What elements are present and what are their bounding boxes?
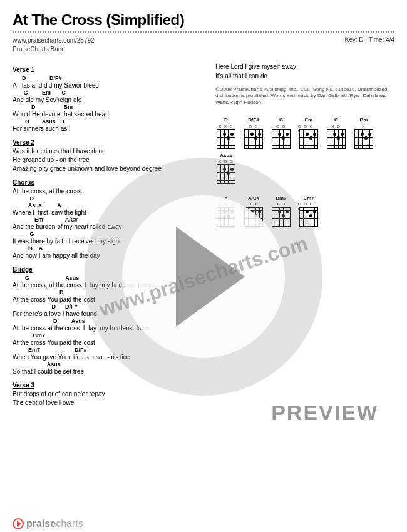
- verse2-heading: Verse 2: [13, 139, 200, 146]
- lyric-row: So that I could be set free: [13, 368, 200, 376]
- chord-diagram: BmX: [353, 117, 374, 148]
- lyric-row: When You gave Your life as a sac - ri - …: [13, 354, 200, 361]
- verse1-heading: Verse 1: [13, 66, 200, 74]
- chord-mute-row: X O O: [219, 202, 234, 207]
- chord-diagram: EmO O O O: [298, 117, 319, 148]
- chord-row: Bm7: [13, 332, 200, 339]
- fretboard-grid: [272, 129, 291, 149]
- chord-diagram-label: A/C#: [248, 195, 259, 202]
- chord-mute-row: O O O O: [298, 125, 319, 129]
- chord-row: G Em C: [13, 90, 200, 96]
- chord-mute-row: X X O: [219, 125, 234, 129]
- fretboard-grid: [244, 207, 263, 227]
- chord-diagram-row: DX X OD/F# O OG O OEmO O O OCX OBmXAsusX…: [215, 117, 394, 184]
- meta-row: www.praisecharts.com/28792 PraiseCharts …: [13, 36, 394, 54]
- chord-row: D: [13, 289, 200, 296]
- fretboard-grid: [272, 207, 291, 227]
- play-circle-icon: [13, 518, 24, 529]
- chord-diagram-label: Em7: [304, 195, 314, 202]
- fretboard-grid: [299, 207, 318, 227]
- chord-diagram-label: Em: [305, 117, 312, 123]
- chord-row: G A: [13, 245, 200, 252]
- chord-diagram: Em7O O O O: [298, 195, 319, 227]
- lyric-row: And now I am happy all the day: [13, 252, 200, 260]
- footer-brand-light: charts: [56, 518, 83, 529]
- chord-row: G Asus: [13, 275, 200, 282]
- chord-diagram: AsusX O O: [215, 153, 237, 184]
- chord-row: Asus A: [13, 202, 200, 209]
- lyric-row: And the burden of my heart rolled away: [13, 223, 200, 231]
- chord-row: Em A/C#: [13, 217, 200, 223]
- page-title: At The Cross (Simplified): [13, 11, 394, 29]
- lyric-row: Would He devote that sacred head: [13, 111, 200, 118]
- chord-row: G Asus D: [13, 118, 200, 125]
- chord-diagram: AX O O: [215, 195, 237, 227]
- lyrics-column: Verse 1 D D/F#A - las and did my Savior …: [13, 63, 200, 413]
- lyric-row: The debt of love I owe: [13, 399, 200, 407]
- fretboard-grid: [217, 129, 235, 149]
- fretboard-grid: [327, 129, 346, 149]
- chord-mute-row: X: [362, 125, 366, 129]
- chord-diagram: Bm7X O: [270, 195, 292, 227]
- footer-logo: praisecharts: [13, 518, 83, 529]
- right-column: Here Lord I give myself awayIt's all tha…: [215, 63, 394, 413]
- lyric-row: It's all that I can do: [215, 72, 394, 80]
- copyright-text: © 2008 PraiseCharts Publishing, Inc.. CC…: [215, 86, 394, 106]
- chord-mute-row: X O: [277, 202, 286, 207]
- lyric-row: But drops of grief can ne'er repay: [13, 391, 200, 398]
- chord-mute-row: X X: [249, 202, 258, 207]
- fretboard-grid: [354, 129, 373, 149]
- key-time: Key: D · Time: 4/4: [345, 36, 394, 54]
- chorus-heading: Chorus: [13, 179, 200, 187]
- lyric-row: At the cross, at the cross: [13, 188, 200, 195]
- chord-diagram: A/C#X X: [243, 195, 264, 227]
- chord-mute-row: O O: [276, 125, 286, 129]
- lyric-row: At the cross You paid the cost: [13, 339, 200, 347]
- chord-mute-row: O O: [249, 125, 259, 129]
- divider-top: [13, 31, 394, 33]
- lyric-row: Here Lord I give myself away: [215, 63, 394, 71]
- fretboard-grid: [244, 129, 263, 149]
- lyric-row: Amazing pity grace unknown and love beyo…: [13, 165, 200, 173]
- fretboard-grid: [299, 129, 318, 149]
- chord-row: D D/F#: [13, 304, 200, 310]
- chord-row: D Asus: [13, 318, 200, 325]
- source-url: www.praisecharts.com/28792: [13, 36, 95, 45]
- chord-row: D Bm: [13, 104, 200, 111]
- lyric-row: Where I first saw the light: [13, 209, 200, 217]
- chord-mute-row: O O O O: [298, 202, 319, 207]
- chord-diagram-label: D/F#: [248, 117, 259, 123]
- chord-diagram: CX O: [326, 117, 347, 148]
- footer-brand-strong: praise: [26, 518, 56, 529]
- fretboard-grid: [217, 164, 235, 184]
- chord-diagram-label: G: [279, 117, 283, 123]
- chord-diagram: D/F# O O: [243, 117, 264, 148]
- lyric-row: Was it for crimes that I have done: [13, 148, 200, 155]
- chord-mute-row: X O: [332, 125, 341, 129]
- chord-mute-row: X O O: [219, 160, 234, 164]
- chord-row: G: [13, 231, 200, 238]
- lyric-row: At the cross, at the cross I lay my burd…: [13, 282, 200, 289]
- verse3-heading: Verse 3: [13, 382, 200, 389]
- chord-diagram-label: Asus: [220, 153, 232, 159]
- lyric-row: For there's a love I have found: [13, 310, 200, 318]
- chord-diagram-label: C: [334, 117, 338, 123]
- fretboard-grid: [217, 207, 235, 227]
- chord-row: D: [13, 195, 200, 202]
- bridge-heading: Bridge: [13, 266, 200, 274]
- chord-diagram: G O O: [270, 117, 292, 148]
- lyric-row: A - las and did my Savior bleed: [13, 82, 200, 90]
- lyric-row: He groaned up - on the tree: [13, 156, 200, 164]
- chord-diagram-label: A: [224, 195, 228, 202]
- chord-row: D D/F#: [13, 75, 200, 82]
- lyric-row: It was there by faith I received my sigh…: [13, 238, 200, 245]
- artist-name: PraiseCharts Band: [13, 45, 95, 54]
- lyric-row: At the cross at the cross I lay my burde…: [13, 325, 200, 332]
- lyric-row: And did my Sov'reign die: [13, 96, 200, 104]
- chord-diagram-label: Bm: [360, 117, 368, 123]
- chord-row: Em7 D/F#: [13, 347, 200, 354]
- chord-diagram-row: AX O OA/C#X XBm7X OEm7O O O O: [215, 195, 394, 227]
- chord-row: Asus: [13, 361, 200, 368]
- chord-diagram-label: D: [224, 117, 228, 123]
- chord-diagram-label: Bm7: [276, 195, 286, 202]
